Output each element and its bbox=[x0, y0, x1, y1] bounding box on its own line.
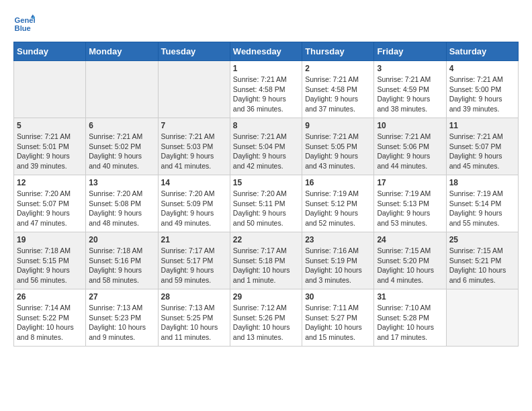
day-number: 11 bbox=[449, 121, 515, 130]
calendar-cell: 30Sunrise: 7:11 AM Sunset: 5:27 PM Dayli… bbox=[302, 289, 374, 347]
day-number: 10 bbox=[377, 121, 443, 130]
day-info: Sunrise: 7:20 AM Sunset: 5:07 PM Dayligh… bbox=[17, 189, 83, 228]
day-info: Sunrise: 7:12 AM Sunset: 5:26 PM Dayligh… bbox=[233, 303, 299, 342]
header-monday: Monday bbox=[86, 42, 158, 61]
day-number: 23 bbox=[305, 235, 371, 244]
calendar-cell bbox=[14, 61, 86, 118]
day-info: Sunrise: 7:19 AM Sunset: 5:12 PM Dayligh… bbox=[305, 189, 371, 228]
calendar-cell: 4Sunrise: 7:21 AM Sunset: 5:00 PM Daylig… bbox=[446, 61, 518, 118]
calendar-cell: 29Sunrise: 7:12 AM Sunset: 5:26 PM Dayli… bbox=[230, 289, 302, 347]
day-number: 26 bbox=[17, 292, 83, 302]
calendar-cell: 19Sunrise: 7:18 AM Sunset: 5:15 PM Dayli… bbox=[14, 232, 86, 289]
calendar-cell: 13Sunrise: 7:20 AM Sunset: 5:08 PM Dayli… bbox=[86, 175, 158, 232]
logo-icon: General Blue bbox=[13, 13, 35, 35]
day-info: Sunrise: 7:15 AM Sunset: 5:20 PM Dayligh… bbox=[377, 246, 443, 285]
day-number: 2 bbox=[305, 64, 371, 73]
week-row-1: 1Sunrise: 7:21 AM Sunset: 4:58 PM Daylig… bbox=[14, 61, 519, 118]
header-wednesday: Wednesday bbox=[230, 42, 302, 61]
day-info: Sunrise: 7:21 AM Sunset: 5:03 PM Dayligh… bbox=[161, 132, 227, 171]
day-info: Sunrise: 7:15 AM Sunset: 5:21 PM Dayligh… bbox=[449, 246, 515, 285]
week-row-4: 19Sunrise: 7:18 AM Sunset: 5:15 PM Dayli… bbox=[14, 232, 519, 289]
calendar-cell: 2Sunrise: 7:21 AM Sunset: 4:58 PM Daylig… bbox=[302, 61, 374, 118]
calendar-cell: 8Sunrise: 7:21 AM Sunset: 5:04 PM Daylig… bbox=[230, 118, 302, 175]
week-row-2: 5Sunrise: 7:21 AM Sunset: 5:01 PM Daylig… bbox=[14, 118, 519, 175]
calendar-cell: 31Sunrise: 7:10 AM Sunset: 5:28 PM Dayli… bbox=[374, 289, 446, 347]
day-info: Sunrise: 7:21 AM Sunset: 5:05 PM Dayligh… bbox=[305, 132, 371, 171]
calendar-cell: 12Sunrise: 7:20 AM Sunset: 5:07 PM Dayli… bbox=[14, 175, 86, 232]
day-number: 7 bbox=[161, 121, 227, 130]
calendar-cell: 16Sunrise: 7:19 AM Sunset: 5:12 PM Dayli… bbox=[302, 175, 374, 232]
calendar-cell bbox=[158, 61, 230, 118]
day-number: 1 bbox=[233, 64, 299, 73]
day-info: Sunrise: 7:16 AM Sunset: 5:19 PM Dayligh… bbox=[305, 246, 371, 285]
day-info: Sunrise: 7:21 AM Sunset: 4:59 PM Dayligh… bbox=[377, 75, 443, 114]
header-sunday: Sunday bbox=[14, 42, 86, 61]
day-number: 8 bbox=[233, 121, 299, 130]
day-info: Sunrise: 7:21 AM Sunset: 5:04 PM Dayligh… bbox=[233, 132, 299, 171]
day-number: 25 bbox=[449, 235, 515, 244]
day-number: 15 bbox=[233, 178, 299, 187]
day-info: Sunrise: 7:21 AM Sunset: 5:01 PM Dayligh… bbox=[17, 132, 83, 171]
week-row-3: 12Sunrise: 7:20 AM Sunset: 5:07 PM Dayli… bbox=[14, 175, 519, 232]
calendar-cell: 11Sunrise: 7:21 AM Sunset: 5:07 PM Dayli… bbox=[446, 118, 518, 175]
day-number: 22 bbox=[233, 235, 299, 244]
calendar-cell: 26Sunrise: 7:14 AM Sunset: 5:22 PM Dayli… bbox=[14, 289, 86, 347]
day-info: Sunrise: 7:13 AM Sunset: 5:25 PM Dayligh… bbox=[161, 303, 227, 342]
day-info: Sunrise: 7:21 AM Sunset: 5:02 PM Dayligh… bbox=[89, 132, 154, 171]
calendar-cell: 20Sunrise: 7:18 AM Sunset: 5:16 PM Dayli… bbox=[86, 232, 158, 289]
day-number: 29 bbox=[233, 292, 299, 302]
day-info: Sunrise: 7:21 AM Sunset: 5:00 PM Dayligh… bbox=[449, 75, 515, 114]
calendar-cell: 7Sunrise: 7:21 AM Sunset: 5:03 PM Daylig… bbox=[158, 118, 230, 175]
header-tuesday: Tuesday bbox=[158, 42, 230, 61]
header-friday: Friday bbox=[374, 42, 446, 61]
day-number: 6 bbox=[89, 121, 154, 130]
calendar-cell: 15Sunrise: 7:20 AM Sunset: 5:11 PM Dayli… bbox=[230, 175, 302, 232]
day-number: 27 bbox=[89, 292, 154, 302]
calendar-cell: 6Sunrise: 7:21 AM Sunset: 5:02 PM Daylig… bbox=[86, 118, 158, 175]
calendar-cell: 14Sunrise: 7:20 AM Sunset: 5:09 PM Dayli… bbox=[158, 175, 230, 232]
day-info: Sunrise: 7:21 AM Sunset: 5:07 PM Dayligh… bbox=[449, 132, 515, 171]
calendar-cell: 9Sunrise: 7:21 AM Sunset: 5:05 PM Daylig… bbox=[302, 118, 374, 175]
calendar-table: SundayMondayTuesdayWednesdayThursdayFrid… bbox=[13, 42, 519, 347]
calendar-cell: 22Sunrise: 7:17 AM Sunset: 5:18 PM Dayli… bbox=[230, 232, 302, 289]
day-number: 18 bbox=[449, 178, 515, 187]
day-info: Sunrise: 7:18 AM Sunset: 5:15 PM Dayligh… bbox=[17, 246, 83, 285]
page-header: General Blue bbox=[13, 13, 519, 35]
week-row-5: 26Sunrise: 7:14 AM Sunset: 5:22 PM Dayli… bbox=[14, 289, 519, 347]
day-number: 31 bbox=[377, 292, 443, 302]
calendar-cell: 25Sunrise: 7:15 AM Sunset: 5:21 PM Dayli… bbox=[446, 232, 518, 289]
day-number: 21 bbox=[161, 235, 227, 244]
calendar-cell: 21Sunrise: 7:17 AM Sunset: 5:17 PM Dayli… bbox=[158, 232, 230, 289]
day-info: Sunrise: 7:11 AM Sunset: 5:27 PM Dayligh… bbox=[305, 303, 371, 342]
day-number: 14 bbox=[161, 178, 227, 187]
calendar-cell: 27Sunrise: 7:13 AM Sunset: 5:23 PM Dayli… bbox=[86, 289, 158, 347]
day-info: Sunrise: 7:20 AM Sunset: 5:09 PM Dayligh… bbox=[161, 189, 227, 228]
day-info: Sunrise: 7:20 AM Sunset: 5:11 PM Dayligh… bbox=[233, 189, 299, 228]
day-info: Sunrise: 7:18 AM Sunset: 5:16 PM Dayligh… bbox=[89, 246, 154, 285]
calendar-cell: 17Sunrise: 7:19 AM Sunset: 5:13 PM Dayli… bbox=[374, 175, 446, 232]
calendar-cell: 3Sunrise: 7:21 AM Sunset: 4:59 PM Daylig… bbox=[374, 61, 446, 118]
calendar-cell bbox=[86, 61, 158, 118]
day-number: 19 bbox=[17, 235, 83, 244]
header-thursday: Thursday bbox=[302, 42, 374, 61]
calendar-cell: 28Sunrise: 7:13 AM Sunset: 5:25 PM Dayli… bbox=[158, 289, 230, 347]
day-number: 24 bbox=[377, 235, 443, 244]
day-info: Sunrise: 7:14 AM Sunset: 5:22 PM Dayligh… bbox=[17, 303, 83, 342]
day-number: 13 bbox=[89, 178, 154, 187]
day-number: 12 bbox=[17, 178, 83, 187]
calendar-cell: 18Sunrise: 7:19 AM Sunset: 5:14 PM Dayli… bbox=[446, 175, 518, 232]
header-saturday: Saturday bbox=[446, 42, 518, 61]
calendar-cell: 10Sunrise: 7:21 AM Sunset: 5:06 PM Dayli… bbox=[374, 118, 446, 175]
day-info: Sunrise: 7:10 AM Sunset: 5:28 PM Dayligh… bbox=[377, 303, 443, 342]
day-number: 28 bbox=[161, 292, 227, 302]
calendar-cell bbox=[446, 289, 518, 347]
day-info: Sunrise: 7:17 AM Sunset: 5:17 PM Dayligh… bbox=[161, 246, 227, 285]
day-info: Sunrise: 7:21 AM Sunset: 4:58 PM Dayligh… bbox=[233, 75, 299, 114]
day-number: 9 bbox=[305, 121, 371, 130]
day-number: 17 bbox=[377, 178, 443, 187]
day-number: 30 bbox=[305, 292, 371, 302]
day-number: 16 bbox=[305, 178, 371, 187]
calendar-cell: 5Sunrise: 7:21 AM Sunset: 5:01 PM Daylig… bbox=[14, 118, 86, 175]
day-info: Sunrise: 7:21 AM Sunset: 5:06 PM Dayligh… bbox=[377, 132, 443, 171]
logo: General Blue bbox=[13, 13, 38, 35]
